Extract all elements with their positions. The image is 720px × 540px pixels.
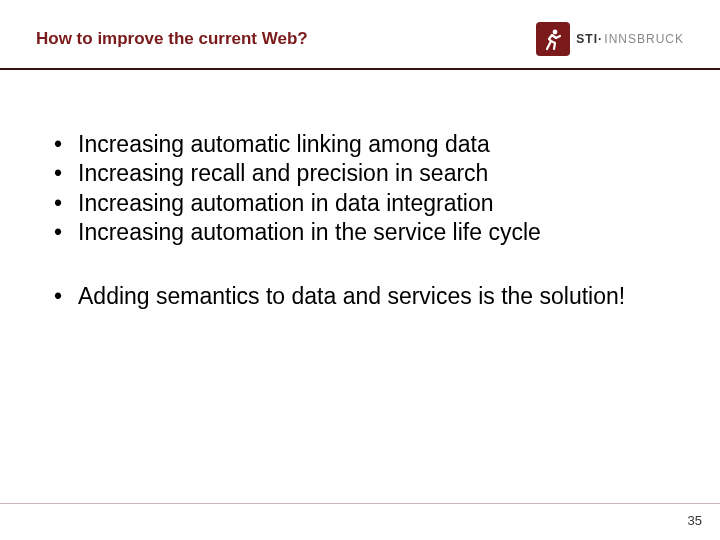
logo-text: STI·INNSBRUCK [576, 32, 684, 46]
slide-content: Increasing automatic linking among data … [0, 70, 720, 311]
list-item: Increasing automation in data integratio… [48, 189, 672, 218]
logo-dot: · [598, 32, 602, 46]
logo: STI·INNSBRUCK [536, 22, 684, 56]
logo-brand-light: INNSBRUCK [604, 32, 684, 46]
slide-header: How to improve the current Web? STI·INNS… [0, 0, 720, 68]
svg-point-0 [553, 30, 558, 35]
logo-mark-icon [536, 22, 570, 56]
bullet-list-2: Adding semantics to data and services is… [48, 282, 672, 311]
bullet-list-1: Increasing automatic linking among data … [48, 130, 672, 248]
page-number: 35 [688, 513, 702, 528]
slide: How to improve the current Web? STI·INNS… [0, 0, 720, 540]
spacer [48, 248, 672, 282]
slide-title: How to improve the current Web? [36, 29, 308, 49]
list-item: Adding semantics to data and services is… [48, 282, 672, 311]
list-item: Increasing automation in the service lif… [48, 218, 672, 247]
list-item: Increasing automatic linking among data [48, 130, 672, 159]
runner-icon [541, 27, 565, 51]
logo-brand-bold: STI [576, 32, 598, 46]
list-item: Increasing recall and precision in searc… [48, 159, 672, 188]
footer-rule [0, 503, 720, 504]
